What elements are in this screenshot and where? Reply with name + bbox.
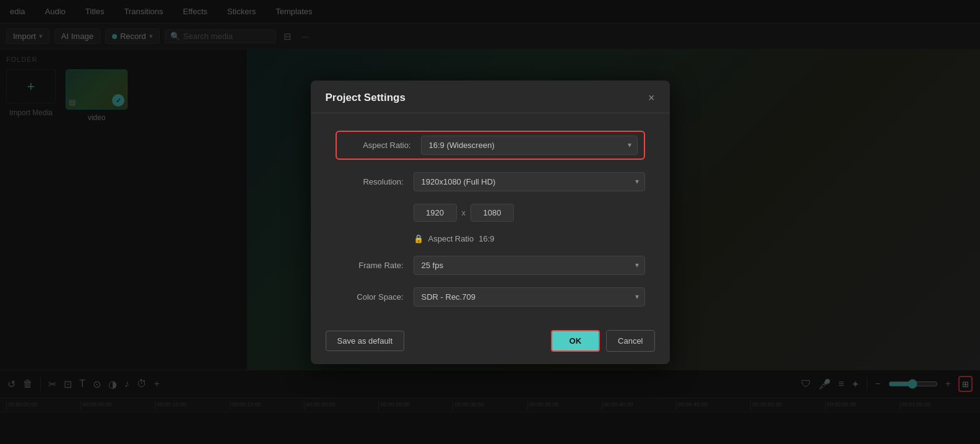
color-space-label: Color Space: xyxy=(336,292,404,302)
dialog-title: Project Settings xyxy=(326,92,405,104)
aspect-info-value: 16:9 xyxy=(479,234,494,243)
dialog-body: Aspect Ratio: 16:9 (Widescreen) 4:3 1:1 … xyxy=(311,113,670,321)
resolution-select-wrapper: 1920x1080 (Full HD) 1280x720 (HD) 3840x2… xyxy=(414,172,645,191)
aspect-ratio-select[interactable]: 16:9 (Widescreen) 4:3 1:1 9:16 21:9 xyxy=(421,136,638,155)
ok-button[interactable]: OK xyxy=(551,330,601,352)
aspect-ratio-row: Aspect Ratio: 16:9 (Widescreen) 4:3 1:1 … xyxy=(336,131,645,160)
resolution-row: Resolution: 1920x1080 (Full HD) 1280x720… xyxy=(336,172,645,191)
save-default-button[interactable]: Save as default xyxy=(326,331,405,351)
frame-rate-select[interactable]: 25 fps 24 fps 30 fps 60 fps xyxy=(414,256,645,275)
dialog-overlay: Project Settings × Aspect Ratio: 16:9 (W… xyxy=(0,0,980,444)
cancel-button[interactable]: Cancel xyxy=(606,330,654,352)
x-separator: x xyxy=(462,208,466,217)
aspect-ratio-select-wrapper: 16:9 (Widescreen) 4:3 1:1 9:16 21:9 xyxy=(421,136,638,155)
frame-rate-label: Frame Rate: xyxy=(336,261,404,270)
aspect-info-label: Aspect Ratio xyxy=(428,234,474,243)
color-space-select[interactable]: SDR - Rec.709 HDR - Rec.2020 SDR - Rec.6… xyxy=(414,287,645,307)
frame-rate-select-wrapper: 25 fps 24 fps 30 fps 60 fps xyxy=(414,256,645,275)
color-space-row: Color Space: SDR - Rec.709 HDR - Rec.202… xyxy=(336,287,645,307)
height-input[interactable] xyxy=(470,204,514,222)
frame-rate-row: Frame Rate: 25 fps 24 fps 30 fps 60 fps xyxy=(336,256,645,275)
resolution-label: Resolution: xyxy=(336,177,404,186)
dialog-footer: Save as default OK Cancel xyxy=(311,321,670,364)
color-space-select-wrapper: SDR - Rec.709 HDR - Rec.2020 SDR - Rec.6… xyxy=(414,287,645,307)
width-input[interactable] xyxy=(414,204,457,222)
dialog-footer-right: OK Cancel xyxy=(551,330,655,352)
project-settings-dialog: Project Settings × Aspect Ratio: 16:9 (W… xyxy=(311,81,670,364)
dialog-header: Project Settings × xyxy=(311,81,670,113)
aspect-ratio-label: Aspect Ratio: xyxy=(343,141,411,150)
resolution-select[interactable]: 1920x1080 (Full HD) 1280x720 (HD) 3840x2… xyxy=(414,172,645,191)
dialog-close-button[interactable]: × xyxy=(648,92,655,103)
aspect-info-row: 🔒 Aspect Ratio 16:9 xyxy=(414,234,645,243)
lock-icon: 🔒 xyxy=(414,234,423,243)
resolution-inputs: x xyxy=(414,204,645,222)
